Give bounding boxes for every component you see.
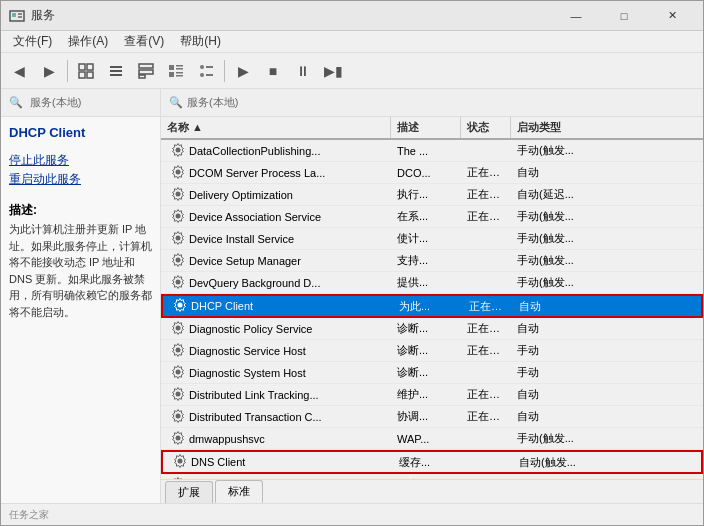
table-row[interactable]: Diagnostic Policy Service诊断...正在运行自动 [161, 318, 703, 340]
svg-rect-6 [79, 72, 85, 78]
service-desc-cell: 执行... [391, 185, 461, 204]
service-desc-cell: 诊断... [391, 341, 461, 360]
service-actions: 停止此服务 重启动此服务 [1, 148, 160, 194]
svg-rect-16 [176, 68, 183, 70]
menu-item-文件(F)[interactable]: 文件(F) [5, 31, 60, 52]
service-status-cell [461, 371, 511, 375]
play-button[interactable]: ▶ [229, 57, 257, 85]
svg-point-38 [178, 459, 183, 464]
table-row[interactable]: DNS Client缓存...自动(触发... [161, 450, 703, 474]
svg-rect-11 [139, 64, 153, 68]
stop-service-link[interactable]: 停止此服务 [9, 152, 152, 169]
restart-service-link[interactable]: 重启动此服务 [9, 171, 152, 188]
service-desc-cell: DCO... [391, 165, 461, 181]
service-status-cell [461, 149, 511, 153]
service-startup-cell: 自动 [511, 319, 601, 338]
svg-point-29 [176, 257, 181, 262]
service-desc-cell: 诊断... [391, 363, 461, 382]
table-row[interactable]: DataCollectionPublishing...The ...手动(触发.… [161, 140, 703, 162]
table-row[interactable]: Device Association Service在系...正在运行手动(触发… [161, 206, 703, 228]
svg-rect-7 [87, 72, 93, 78]
service-desc-cell: 使计... [391, 229, 461, 248]
svg-point-33 [176, 347, 181, 352]
pause-button[interactable]: ⏸ [289, 57, 317, 85]
column-name-header[interactable]: 名称 ▲ [161, 117, 391, 138]
service-startup-cell: 手动(触发... [511, 251, 601, 270]
service-desc-cell: 诊断... [391, 319, 461, 338]
service-status-cell [461, 237, 511, 241]
menu-item-查看(V)[interactable]: 查看(V) [116, 31, 172, 52]
tab-standard[interactable]: 标准 [215, 480, 263, 503]
table-row[interactable]: Delivery Optimization执行...正在运行自动(延迟... [161, 184, 703, 206]
svg-rect-14 [169, 65, 174, 70]
table-row[interactable]: Device Install Service使计...手动(触发... [161, 228, 703, 250]
view-button-3[interactable] [132, 57, 160, 85]
table-row[interactable]: DevQuery Background D...提供...手动(触发... [161, 272, 703, 294]
table-row[interactable]: Diagnostic Service Host诊断...正在运行手动 [161, 340, 703, 362]
stop-button[interactable]: ■ [259, 57, 287, 85]
column-status-header[interactable]: 状态 [461, 117, 511, 138]
table-row[interactable]: Device Setup Manager支持...手动(触发... [161, 250, 703, 272]
svg-rect-3 [18, 16, 22, 18]
table-row[interactable]: Diagnostic System Host诊断...手动 [161, 362, 703, 384]
left-panel: 🔍 服务(本地) DHCP Client 停止此服务 重启动此服务 描述: 为此… [1, 89, 161, 503]
service-status-cell: 正在运行 [461, 185, 511, 204]
service-startup-cell: 手动(触发... [511, 229, 601, 248]
service-desc-cell: 提供... [391, 273, 461, 292]
gear-icon [171, 209, 187, 225]
selected-service-name: DHCP Client [1, 117, 160, 148]
maximize-button[interactable]: □ [601, 1, 647, 31]
service-status-cell: 正在运行 [461, 319, 511, 338]
service-startup-cell: 自动(延迟... [511, 185, 601, 204]
description-label: 描述: [1, 194, 160, 221]
gear-icon [171, 343, 187, 359]
back-button[interactable]: ◀ [5, 57, 33, 85]
service-table[interactable]: 名称 ▲ 描述 状态 启动类型 DataCollectionPublishing… [161, 117, 703, 479]
view-button-5[interactable] [192, 57, 220, 85]
column-desc-header[interactable]: 描述 [391, 117, 461, 138]
view-button-4[interactable] [162, 57, 190, 85]
svg-rect-4 [79, 64, 85, 70]
table-row[interactable]: DHCP Client为此...正在运行自动 [161, 294, 703, 318]
view-button-1[interactable] [72, 57, 100, 85]
restart-button[interactable]: ▶▮ [319, 57, 347, 85]
service-name-cell: Delivery Optimization [161, 185, 391, 205]
column-startup-header[interactable]: 启动类型 [511, 117, 601, 138]
service-status-cell: 正在运行 [463, 297, 513, 316]
tab-bar: 扩展 标准 [161, 479, 703, 503]
svg-rect-19 [176, 75, 183, 77]
service-name-cell: Distributed Transaction C... [161, 407, 391, 427]
minimize-button[interactable]: — [553, 1, 599, 31]
window-icon [9, 8, 25, 24]
svg-point-30 [176, 279, 181, 284]
svg-point-22 [200, 73, 204, 77]
gear-icon [171, 231, 187, 247]
title-bar: 服务 — □ ✕ [1, 1, 703, 31]
service-desc-cell: 缓存... [393, 453, 463, 472]
table-row[interactable]: Distributed Transaction C...协调...正在运行自动 [161, 406, 703, 428]
gear-icon [171, 431, 187, 447]
service-desc-cell: 支持... [391, 251, 461, 270]
forward-button[interactable]: ▶ [35, 57, 63, 85]
service-desc-cell: WAP... [391, 431, 461, 447]
close-button[interactable]: ✕ [649, 1, 695, 31]
view-button-2[interactable] [102, 57, 130, 85]
gear-icon [173, 298, 189, 314]
service-status-cell [461, 281, 511, 285]
table-row[interactable]: dmwappushsvcWAP...手动(触发... [161, 428, 703, 450]
service-name-cell: Device Install Service [161, 229, 391, 249]
service-status-cell: 正在运行 [461, 407, 511, 426]
service-name-cell: DevQuery Background D... [161, 273, 391, 293]
status-bar: 任务之家 [1, 503, 703, 525]
service-status-cell [461, 259, 511, 263]
service-desc-cell: 在系... [391, 207, 461, 226]
gear-icon [173, 454, 189, 470]
service-name-cell: Device Setup Manager [161, 251, 391, 271]
table-row[interactable]: Distributed Link Tracking...维护...正在运行自动 [161, 384, 703, 406]
tab-extend[interactable]: 扩展 [165, 481, 213, 503]
service-status-cell [463, 460, 513, 464]
table-row[interactable]: DCOM Server Process La...DCO...正在运行自动 [161, 162, 703, 184]
gear-icon [171, 253, 187, 269]
menu-item-帮助(H)[interactable]: 帮助(H) [172, 31, 229, 52]
menu-item-操作(A)[interactable]: 操作(A) [60, 31, 116, 52]
